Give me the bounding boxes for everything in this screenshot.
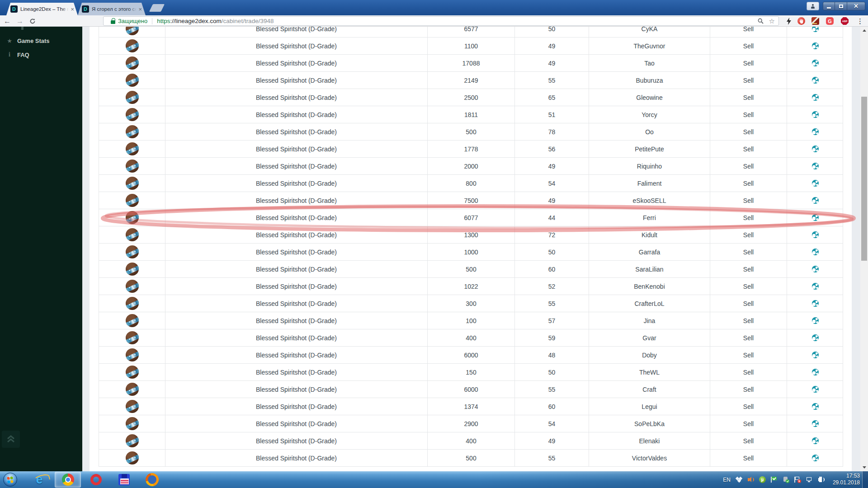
network-icon[interactable]	[806, 476, 813, 483]
language-indicator[interactable]: EN	[723, 477, 731, 483]
globe-icon[interactable]	[812, 94, 819, 101]
globe-icon[interactable]	[812, 317, 819, 324]
item-icon-cell	[99, 123, 165, 140]
globe-icon[interactable]	[812, 197, 819, 204]
globe-icon[interactable]	[812, 334, 819, 341]
price-cell: 49	[514, 55, 589, 71]
tab-close-icon[interactable]: ×	[138, 6, 142, 12]
start-button[interactable]	[3, 473, 17, 487]
dota2-extension-icon[interactable]	[811, 17, 819, 25]
table-row: Blessed Spiritshot (D-Grade) 6000 48 Dob…	[99, 347, 843, 364]
trade-type-cell: Sell	[710, 38, 787, 54]
action-center-flag-icon[interactable]: x	[794, 476, 801, 483]
green-flag-check-icon[interactable]	[771, 476, 778, 483]
spiritshot-item-icon	[126, 263, 139, 276]
globe-icon[interactable]	[812, 180, 819, 187]
close-button[interactable]: ✕	[847, 2, 865, 10]
globe-icon[interactable]	[812, 111, 819, 118]
right-gutter	[852, 27, 860, 471]
globe-icon[interactable]	[812, 352, 819, 358]
location-cell	[787, 312, 843, 329]
globe-icon[interactable]	[812, 403, 819, 410]
location-cell	[787, 261, 843, 277]
scroll-to-top-button[interactable]	[2, 431, 20, 448]
character-cell: eSkooSELL	[589, 192, 710, 209]
page-zoom-icon[interactable]	[758, 18, 764, 24]
utorrent-icon[interactable]: µ	[759, 476, 766, 483]
scrollbar-thumb[interactable]	[861, 97, 867, 261]
globe-icon[interactable]	[812, 437, 819, 444]
minimize-button[interactable]	[823, 2, 835, 10]
adblock-plus-extension-icon[interactable]: ABP	[841, 17, 849, 25]
item-name-cell: Blessed Spiritshot (D-Grade)	[165, 72, 427, 89]
tab-forum-thread[interactable]: D Я сгорел с этого сервер ×	[78, 3, 146, 15]
globe-icon[interactable]	[812, 420, 819, 427]
scrollbar-down-arrow[interactable]	[860, 464, 868, 471]
scrollbar-up-arrow[interactable]	[860, 27, 868, 34]
security-label[interactable]: Защищено	[118, 18, 147, 24]
globe-icon[interactable]	[812, 163, 819, 169]
quantity-cell: 7500	[427, 192, 514, 209]
trade-type-cell: Sell	[710, 381, 787, 398]
item-name-cell: Blessed Spiritshot (D-Grade)	[165, 329, 427, 346]
item-name-cell: Blessed Spiritshot (D-Grade)	[165, 123, 427, 140]
globe-icon[interactable]	[812, 386, 819, 393]
item-icon-cell	[99, 72, 165, 89]
back-button[interactable]: ←	[2, 15, 13, 27]
sidebar-item-faq[interactable]: i FAQ	[0, 49, 82, 61]
globe-icon[interactable]	[812, 231, 819, 238]
globe-icon[interactable]	[812, 214, 819, 221]
globe-icon[interactable]	[812, 455, 819, 461]
globe-icon[interactable]	[812, 300, 819, 307]
reload-button[interactable]	[27, 15, 38, 27]
globe-icon[interactable]	[812, 283, 819, 290]
taskbar-opera[interactable]	[83, 472, 109, 488]
address-bar[interactable]: Защищено https://lineage2dex.com/cabinet…	[103, 16, 779, 26]
new-tab-button[interactable]	[149, 4, 165, 12]
trade-type-cell: Sell	[710, 209, 787, 226]
maximize-button[interactable]	[835, 2, 847, 10]
safely-remove-usb-icon[interactable]	[783, 476, 789, 483]
volume-mixer-icon[interactable]	[747, 476, 754, 483]
taskbar-firefox[interactable]	[139, 472, 165, 488]
globe-icon[interactable]	[812, 128, 819, 135]
taskbar-chrome-active[interactable]	[55, 472, 81, 488]
globe-icon[interactable]	[812, 60, 819, 66]
trade-type-cell: Sell	[710, 27, 787, 37]
globe-icon[interactable]	[812, 266, 819, 272]
g-extension-icon[interactable]: G	[826, 17, 834, 25]
forward-button[interactable]: →	[14, 15, 25, 27]
taskbar-internet-explorer[interactable]: e	[26, 472, 52, 488]
browser-menu-icon[interactable]: ⋮	[856, 17, 864, 25]
globe-icon[interactable]	[812, 27, 819, 32]
vertical-scrollbar[interactable]	[860, 27, 868, 471]
item-name-cell: Blessed Spiritshot (D-Grade)	[165, 278, 427, 295]
globe-icon[interactable]	[812, 249, 819, 255]
tab-lineage2dex[interactable]: D Lineage2Dex – The most ×	[6, 3, 78, 15]
bookmark-star-icon[interactable]: ☆	[769, 18, 775, 24]
speaker-icon[interactable]	[818, 476, 825, 483]
taskbar-floppy-app[interactable]	[111, 472, 137, 488]
globe-icon[interactable]	[812, 369, 819, 375]
quantity-cell: 500	[427, 261, 514, 277]
tab-close-icon[interactable]: ×	[71, 6, 74, 12]
quantity-cell: 500	[427, 450, 514, 466]
item-name-cell: Blessed Spiritshot (D-Grade)	[165, 158, 427, 174]
globe-icon[interactable]	[812, 42, 819, 49]
reload-icon	[29, 18, 36, 24]
trade-type-cell: Sell	[710, 226, 787, 243]
hand-blocker-extension-icon[interactable]	[797, 17, 805, 25]
dropbox-icon[interactable]	[736, 476, 742, 483]
show-desktop-button[interactable]	[862, 471, 868, 488]
globe-icon[interactable]	[812, 145, 819, 152]
url-text[interactable]: https://lineage2dex.com/cabinet/trade/39…	[157, 18, 274, 24]
lightning-extension-icon[interactable]	[785, 17, 793, 25]
taskbar-clock[interactable]: 17:53 29.01.2018	[826, 473, 860, 486]
profile-button[interactable]	[807, 2, 819, 10]
item-icon-cell	[99, 312, 165, 329]
globe-icon[interactable]	[812, 77, 819, 84]
sidebar-item-game-stats[interactable]: ★ Game Stats	[0, 35, 82, 47]
floppy-disk-icon	[118, 474, 130, 485]
price-cell: 55	[514, 295, 589, 312]
spiritshot-item-icon	[126, 417, 139, 430]
